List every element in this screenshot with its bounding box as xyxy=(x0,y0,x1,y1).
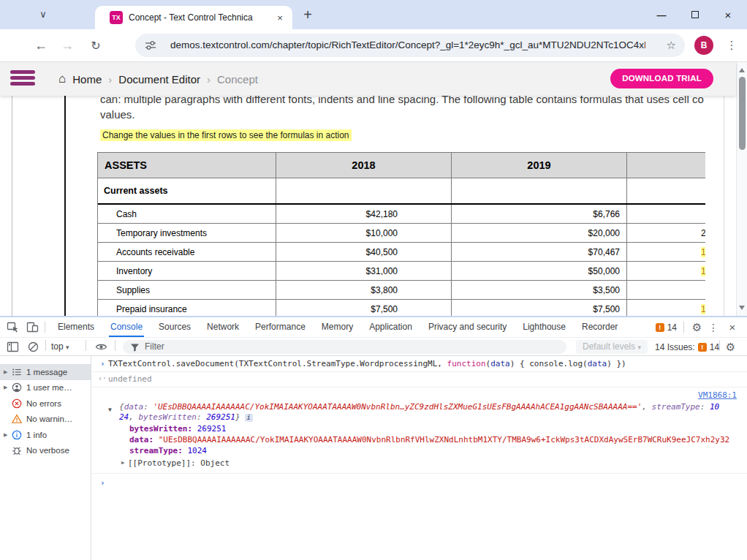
table-header-cell[interactable] xyxy=(627,153,705,178)
scroll-up-arrow-icon[interactable] xyxy=(739,68,745,72)
window-minimize-button[interactable]: — xyxy=(654,7,669,22)
table-row[interactable]: Accounts receivable$40,500$70,4671 xyxy=(98,243,705,262)
profile-avatar[interactable]: B xyxy=(694,36,713,55)
new-tab-button[interactable]: + xyxy=(298,5,317,24)
log-levels-dropdown[interactable]: Default levels ▾ xyxy=(576,340,648,354)
window-close-button[interactable]: × xyxy=(721,7,735,22)
table-cell[interactable]: Current assets xyxy=(98,178,276,203)
table-cell-extra[interactable] xyxy=(627,205,705,223)
table-cell-extra[interactable]: 2 xyxy=(627,224,705,242)
devtools-tab-console[interactable]: Console xyxy=(102,317,151,337)
table-cell-2018[interactable]: $3,800 xyxy=(276,281,452,299)
reload-button[interactable]: ↻ xyxy=(86,29,106,61)
console-filter-error[interactable]: No errors xyxy=(0,396,91,412)
console-prompt[interactable]: › xyxy=(92,474,747,491)
console-filter-input[interactable]: Filter xyxy=(123,340,566,354)
table-header-cell[interactable]: 2019 xyxy=(452,153,627,178)
table-row[interactable]: Prepaid insurance$7,500$7,5001 xyxy=(98,300,705,316)
devtools-tab-privacy-and-security[interactable]: Privacy and security xyxy=(420,317,515,337)
table-cell-2018[interactable]: $31,000 xyxy=(276,262,452,280)
table-cell-2018[interactable]: $40,500 xyxy=(276,243,452,261)
issues-summary[interactable]: 14 Issues: ! 14 xyxy=(655,338,719,356)
prototype-expander-icon[interactable]: ▶ xyxy=(121,460,124,466)
assets-table[interactable]: ASSETS20182019Current assetsCash$42,180$… xyxy=(97,152,705,316)
inspect-element-icon[interactable] xyxy=(7,321,19,333)
devtools-tab-lighthouse[interactable]: Lighthouse xyxy=(515,317,574,337)
table-row[interactable]: Inventory$31,000$50,0001 xyxy=(98,262,705,281)
devtools-tab-memory[interactable]: Memory xyxy=(314,317,361,337)
breadcrumb-item[interactable]: Concept xyxy=(217,73,258,86)
table-cell-2019[interactable]: $6,766 xyxy=(452,205,627,223)
table-row[interactable]: Temporary investments$10,000$20,0002 xyxy=(98,224,705,243)
table-cell-2019[interactable]: $20,000 xyxy=(452,224,627,242)
browser-menu-button[interactable]: ⋮ xyxy=(722,29,741,61)
table-header-cell[interactable]: 2018 xyxy=(276,153,452,178)
expander-icon[interactable]: ▶ xyxy=(4,369,7,375)
table-cell-label[interactable]: Temporary investments xyxy=(98,224,276,242)
table-cell-2019[interactable]: $7,500 xyxy=(452,300,627,316)
table-section-row[interactable]: Current assets xyxy=(98,178,705,205)
console-result-entry[interactable]: ‹· undefined xyxy=(92,372,747,387)
console-filter-info[interactable]: ▶1 info xyxy=(0,427,91,443)
clear-console-icon[interactable] xyxy=(27,341,39,353)
live-expression-eye-icon[interactable] xyxy=(95,341,107,353)
page-scrollbar-thumb[interactable] xyxy=(739,77,746,150)
devtools-tab-network[interactable]: Network xyxy=(199,317,247,337)
devtools-tab-application[interactable]: Application xyxy=(361,317,420,337)
table-row[interactable]: Cash$42,180$6,766 xyxy=(98,205,705,224)
console-input-entry[interactable]: › TXTextControl.saveDocument(TXTextContr… xyxy=(92,356,747,372)
devtools-close-icon[interactable]: × xyxy=(727,317,738,337)
console-settings-icon[interactable]: ⚙ xyxy=(724,341,737,353)
info-icon[interactable]: i xyxy=(245,414,253,422)
table-cell-2018[interactable]: $10,000 xyxy=(276,224,452,242)
table-cell-label[interactable]: Accounts receivable xyxy=(98,243,276,261)
table-cell-extra[interactable]: 1 xyxy=(627,243,705,261)
table-cell-label[interactable]: Supplies xyxy=(98,281,276,299)
console-sidebar-toggle-icon[interactable] xyxy=(7,341,19,353)
tab-search-chevron-icon[interactable]: ∨ xyxy=(34,4,53,23)
scroll-down-arrow-icon[interactable] xyxy=(739,306,745,310)
issues-counter[interactable]: ! 14 xyxy=(656,317,677,337)
object-expander-icon[interactable]: ▼ xyxy=(108,406,112,413)
table-cell-2019[interactable]: $50,000 xyxy=(452,262,627,280)
context-selector[interactable]: top ▾ xyxy=(51,338,69,356)
back-button[interactable]: ← xyxy=(31,29,51,61)
console-filter-list[interactable]: ▶1 message xyxy=(0,364,91,380)
object-prototype[interactable]: [[Prototype]]: Object xyxy=(128,458,230,468)
bookmark-star-icon[interactable]: ☆ xyxy=(667,34,676,57)
source-location-link[interactable]: VM1868:1 xyxy=(698,390,737,400)
table-cell-extra[interactable]: 1 xyxy=(627,262,705,280)
table-cell[interactable] xyxy=(276,178,452,203)
devtools-tab-elements[interactable]: Elements xyxy=(50,317,102,337)
url-text[interactable]: demos.textcontrol.com/chapter/topic/Rich… xyxy=(170,34,645,57)
hamburger-menu-icon[interactable] xyxy=(10,70,35,88)
devtools-menu-icon[interactable]: ⋮ xyxy=(708,317,719,337)
page-scrollbar[interactable] xyxy=(736,62,747,316)
expander-icon[interactable]: ▶ xyxy=(4,432,7,438)
table-header-cell[interactable]: ASSETS xyxy=(98,153,276,178)
table-cell-2018[interactable]: $7,500 xyxy=(276,300,452,316)
devtools-tab-sources[interactable]: Sources xyxy=(151,317,199,337)
device-toolbar-icon[interactable] xyxy=(26,321,39,333)
site-settings-icon[interactable] xyxy=(145,39,156,51)
table-cell-2018[interactable]: $42,180 xyxy=(276,205,452,223)
console-filter-verbose[interactable]: No verbose xyxy=(0,443,91,459)
table-cell-2019[interactable]: $3,500 xyxy=(452,281,627,299)
window-maximize-button[interactable] xyxy=(688,7,702,22)
table-cell-extra[interactable] xyxy=(627,281,705,299)
forward-button[interactable]: → xyxy=(57,29,77,61)
browser-tab[interactable]: TX Concept - Text Control Technica × xyxy=(95,6,292,29)
table-row[interactable]: Supplies$3,800$3,500 xyxy=(98,281,705,300)
table-cell-label[interactable]: Cash xyxy=(98,205,276,223)
table-cell[interactable] xyxy=(627,178,705,203)
table-cell[interactable] xyxy=(452,178,627,203)
table-cell-label[interactable]: Inventory xyxy=(98,262,276,280)
devtools-tab-recorder[interactable]: Recorder xyxy=(574,317,626,337)
console-filter-warning[interactable]: No warnin… xyxy=(0,412,91,428)
console-log-entry[interactable]: VM1868:1 ▼ {data: 'UEsDBBQAAAAIAAAAAAC/Y… xyxy=(92,387,747,474)
breadcrumb-item[interactable]: Home xyxy=(72,73,102,86)
table-cell-extra[interactable]: 1 xyxy=(627,300,705,316)
address-bar[interactable]: demos.textcontrol.com/chapter/topic/Rich… xyxy=(135,34,685,57)
devtools-tab-performance[interactable]: Performance xyxy=(247,317,314,337)
table-cell-2019[interactable]: $70,467 xyxy=(452,243,627,261)
